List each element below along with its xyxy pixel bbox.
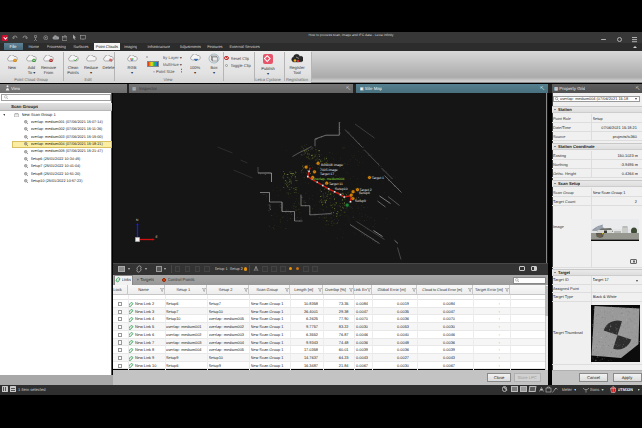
svg-text:Setup9: Setup9 [355, 199, 366, 203]
svg-text:Target 11: Target 11 [329, 182, 343, 186]
svg-text:E: E [155, 235, 157, 239]
svg-text:7005 image: 7005 image [320, 168, 338, 172]
svg-text:N: N [136, 218, 139, 222]
svg-text:Setup10: Setup10 [335, 187, 348, 191]
svg-text:Target 1: Target 1 [371, 176, 383, 180]
svg-text:Setup6: Setup6 [359, 191, 370, 195]
svg-text:Target 17: Target 17 [320, 172, 334, 176]
svg-text:B09008 image: B09008 image [321, 163, 343, 167]
svg-text:overlap- medium004: overlap- medium004 [313, 177, 344, 181]
